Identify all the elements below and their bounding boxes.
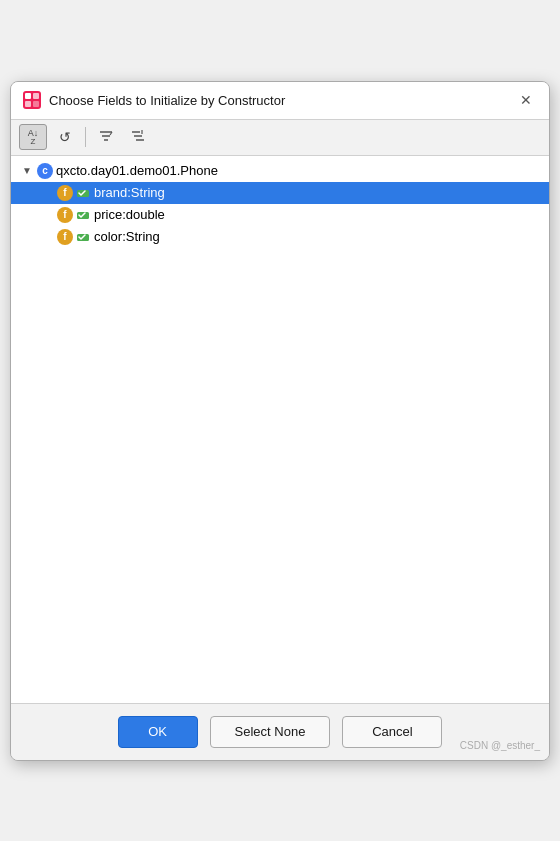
svg-rect-1 [25,93,31,99]
toolbar-separator [85,127,86,147]
field-badge-price: f [57,207,73,223]
tree-item-price[interactable]: ▶ f price:double [11,204,549,226]
filter1-icon [98,128,114,147]
svg-rect-4 [33,101,39,107]
field-type-icon-color [76,230,90,244]
sort-az-icon: A↓ Z [28,129,39,146]
dialog: Choose Fields to Initialize by Construct… [10,81,550,761]
refresh-icon: ↺ [59,129,71,145]
tree-item-brand[interactable]: ▶ f brand:String [11,182,549,204]
dialog-title: Choose Fields to Initialize by Construct… [49,93,285,108]
footer: OK Select None Cancel [11,703,549,760]
filter1-button[interactable] [92,124,120,150]
tree-item-color-label: color:String [94,229,160,244]
tree-item-brand-label: brand:String [94,185,165,200]
svg-rect-2 [33,93,39,99]
field-type-icon-price [76,208,90,222]
title-bar: Choose Fields to Initialize by Construct… [11,82,549,120]
select-none-button[interactable]: Select None [210,716,331,748]
app-icon [23,91,41,109]
cancel-button[interactable]: Cancel [342,716,442,748]
close-button[interactable]: ✕ [515,89,537,111]
tree-item-color[interactable]: ▶ f color:String [11,226,549,248]
field-type-icon-brand [76,186,90,200]
filter2-button[interactable] [124,124,152,150]
class-badge: c [37,163,53,179]
field-badge-color: f [57,229,73,245]
toolbar: A↓ Z ↺ [11,120,549,156]
tree-toggle-icon: ▼ [19,163,35,179]
field-badge-brand: f [57,185,73,201]
root-node-label: qxcto.day01.demo01.Phone [56,163,218,178]
title-bar-left: Choose Fields to Initialize by Construct… [23,91,285,109]
svg-rect-3 [25,101,31,107]
ok-button[interactable]: OK [118,716,198,748]
tree-content: ▼ c qxcto.day01.demo01.Phone ▶ f brand:S… [11,156,549,703]
refresh-button[interactable]: ↺ [51,124,79,150]
tree-root-node[interactable]: ▼ c qxcto.day01.demo01.Phone [11,160,549,182]
tree-item-price-label: price:double [94,207,165,222]
filter2-icon [130,128,146,147]
sort-az-button[interactable]: A↓ Z [19,124,47,150]
